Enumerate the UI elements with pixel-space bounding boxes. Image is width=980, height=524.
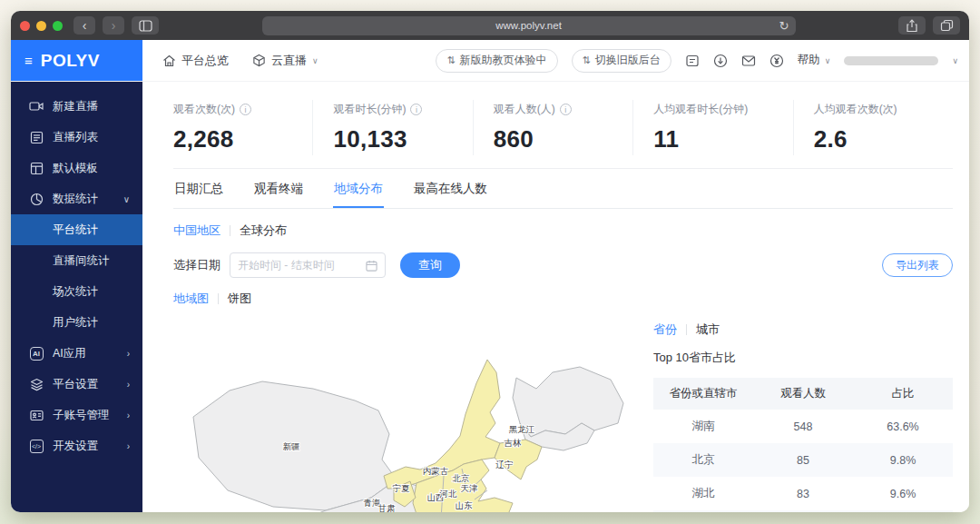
switch-old-console-button[interactable]: ⇅ 切换旧版后台 <box>572 49 671 73</box>
sidebar-item-data-statistics[interactable]: 数据统计 ∨ <box>11 183 142 214</box>
cell-viewers: 47 <box>753 510 853 512</box>
stat-view-count: 观看次数(次) 2,268 <box>173 100 312 155</box>
tab-region-distribution[interactable]: 地域分布 <box>333 169 384 208</box>
view-type-switch: 地域图 饼图 <box>173 291 953 307</box>
sidebar-item-platform-statistics[interactable]: 平台统计 <box>11 214 142 245</box>
browser-back-button[interactable]: ‹ <box>74 16 95 35</box>
sidebar-label: 默认模板 <box>53 161 98 176</box>
swap-icon: ⇅ <box>583 54 591 66</box>
stat-label: 观看时长(分钟) <box>333 102 406 117</box>
layers-icon <box>29 377 44 391</box>
china-map[interactable]: 新疆 黑龙江 吉林 辽宁 内蒙古 北京 天津 宁夏 山西 河北 山东 青海 甘肃 <box>175 331 633 512</box>
header-share: 占比 <box>853 378 953 410</box>
browser-sidebar-toggle-icon[interactable] <box>132 16 159 35</box>
cell-share: 9.8% <box>853 443 953 477</box>
sidebar-item-dev-settings[interactable]: 开发设置 › <box>11 430 142 461</box>
sidebar-item-subaccount-management[interactable]: 子账号管理 › <box>11 400 142 430</box>
sidebar-label: AI应用 <box>53 346 86 361</box>
stat-value: 2.6 <box>814 125 946 153</box>
date-range-placeholder: 开始时间 - 结束时间 <box>238 258 360 273</box>
stat-label: 观看人数(人) <box>494 102 555 117</box>
tab-view-terminal[interactable]: 观看终端 <box>253 169 304 208</box>
info-icon[interactable] <box>560 104 572 115</box>
pie-chart-link[interactable]: 饼图 <box>228 291 251 307</box>
top10-subtitle: Top 10省市占比 <box>653 350 953 366</box>
minimize-window-button[interactable] <box>36 21 46 31</box>
stat-value: 860 <box>494 125 625 153</box>
sidebar-item-room-statistics[interactable]: 直播间统计 <box>11 245 142 276</box>
brand-name: POLYV <box>41 51 100 71</box>
sidebar-item-session-statistics[interactable]: 场次统计 <box>11 276 142 307</box>
switch-old-console-label: 切换旧版后台 <box>595 53 661 68</box>
document-icon[interactable] <box>685 54 700 68</box>
region-scope-switch: 中国地区 全球分布 <box>173 222 953 239</box>
top10-table: 省份或直辖市 观看人数 占比 湖南 548 63.6% <box>653 378 953 512</box>
ai-icon <box>29 346 44 361</box>
address-bar[interactable]: www.polyv.net ↻ <box>262 16 796 35</box>
sidebar-label: 数据统计 <box>53 192 98 207</box>
currency-icon[interactable] <box>769 54 784 68</box>
nav-cloud-live-label: 云直播 <box>271 53 307 69</box>
reload-icon[interactable]: ↻ <box>779 19 789 33</box>
sidebar-item-platform-settings[interactable]: 平台设置 › <box>11 369 142 400</box>
china-map-area[interactable]: 新疆 黑龙江 吉林 辽宁 内蒙古 北京 天津 宁夏 山西 河北 山东 青海 甘肃 <box>173 309 653 512</box>
sidebar-item-default-template[interactable]: 默认模板 <box>11 153 142 183</box>
zoom-window-button[interactable] <box>53 21 63 31</box>
sidebar-item-user-statistics[interactable]: 用户统计 <box>11 307 142 338</box>
nav-platform-overview[interactable]: 平台总览 <box>162 53 229 69</box>
download-icon[interactable] <box>713 54 728 68</box>
global-distribution-link[interactable]: 全球分布 <box>240 222 287 239</box>
table-header-row: 省份或直辖市 观看人数 占比 <box>653 378 953 410</box>
mail-icon[interactable] <box>741 54 756 67</box>
date-filter-label: 选择日期 <box>173 257 220 273</box>
collapse-menu-icon[interactable]: ≡ <box>24 54 33 67</box>
map-label: 山东 <box>456 500 474 510</box>
code-icon <box>29 439 44 453</box>
help-menu[interactable]: 帮助 ∨ <box>798 53 831 68</box>
close-window-button[interactable] <box>20 21 30 31</box>
sidebar-label: 新建直播 <box>53 99 98 114</box>
map-label: 天津 <box>461 483 479 493</box>
stat-value: 2,268 <box>173 125 305 153</box>
cell-province: 湖南 <box>653 410 753 443</box>
main-content: 观看次数(次) 2,268 观看时长(分钟) 10,133 观看人数(人) 86… <box>142 82 969 512</box>
polyv-logo[interactable]: ≡ POLYV <box>11 40 142 81</box>
divider <box>686 324 687 335</box>
map-label: 内蒙古 <box>423 466 449 476</box>
province-level-link[interactable]: 省份 <box>653 321 677 338</box>
top10-panel: 省份 城市 Top 10省市占比 省份或直辖市 观看人数 占比 <box>653 309 953 512</box>
browser-forward-button[interactable]: › <box>103 16 124 35</box>
url-text: www.polyv.net <box>495 20 562 31</box>
export-list-button[interactable]: 导出列表 <box>882 253 953 277</box>
tab-overview-icon[interactable] <box>933 16 960 35</box>
map-label: 河北 <box>439 489 458 499</box>
chevron-down-icon: ∨ <box>312 56 318 65</box>
info-icon[interactable] <box>240 104 251 115</box>
stats-row: 观看次数(次) 2,268 观看时长(分钟) 10,133 观看人数(人) 86… <box>173 82 953 169</box>
chevron-down-icon[interactable]: ∨ <box>952 56 958 65</box>
new-assistant-page-button[interactable]: ⇅ 新版助教页体验中 <box>436 49 557 73</box>
cube-icon <box>252 54 266 67</box>
share-icon[interactable] <box>898 16 926 35</box>
sidebar-label: 平台统计 <box>53 222 98 238</box>
region-map-link[interactable]: 地域图 <box>173 291 209 307</box>
city-level-link[interactable]: 城市 <box>696 321 720 338</box>
query-button[interactable]: 查询 <box>400 252 460 278</box>
stat-avg-views: 人均观看次数(次) 2.6 <box>793 100 953 155</box>
china-region-link[interactable]: 中国地区 <box>173 222 220 239</box>
divider <box>218 293 219 304</box>
sidebar-item-new-live[interactable]: 新建直播 <box>11 91 142 122</box>
tab-max-online[interactable]: 最高在线人数 <box>413 169 488 208</box>
sidebar-item-live-list[interactable]: 直播列表 <box>11 122 142 153</box>
account-name-masked[interactable] <box>844 56 938 65</box>
date-range-input[interactable]: 开始时间 - 结束时间 <box>230 252 386 278</box>
calendar-icon[interactable] <box>366 260 377 272</box>
info-icon[interactable] <box>410 104 422 115</box>
level-switch: 省份 城市 <box>653 321 953 338</box>
stat-label: 观看次数(次) <box>173 102 235 117</box>
nav-cloud-live[interactable]: 云直播 ∨ <box>252 53 318 69</box>
chevron-right-icon: › <box>127 380 130 390</box>
tab-date-summary[interactable]: 日期汇总 <box>173 169 224 208</box>
cell-viewers: 83 <box>753 477 853 510</box>
sidebar-item-ai-apps[interactable]: AI应用 › <box>11 338 142 369</box>
